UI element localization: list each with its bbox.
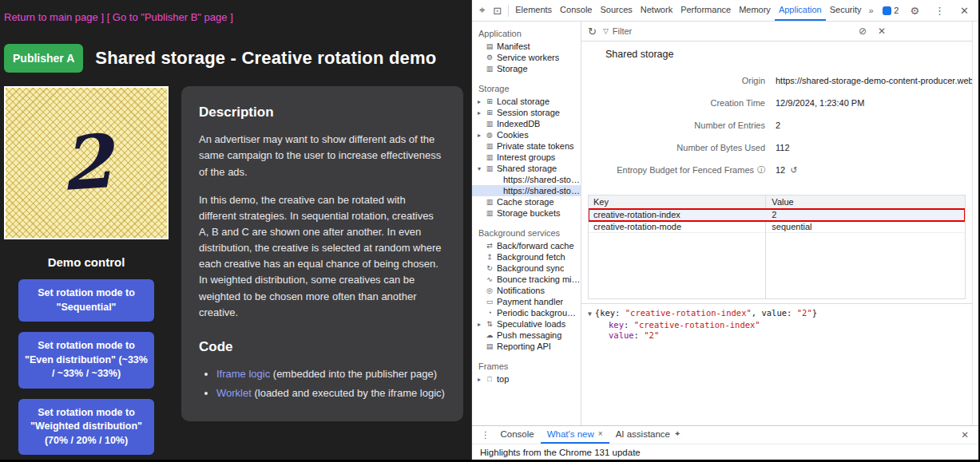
issues-badge[interactable]: 2 (883, 6, 899, 15)
sidebar-item-payment-handler[interactable]: ▭Payment handler (472, 296, 581, 307)
sidebar-item-label: Background sync (497, 263, 564, 273)
sidebar-item-local-storage[interactable]: ▸⊞Local storage (472, 96, 581, 107)
meta-value-text: 12/9/2024, 1:23:40 PM (776, 98, 864, 108)
sidebar-item-shared-storage[interactable]: ▾▥Shared storage (472, 163, 581, 174)
preview-prop-name: key: (600, 308, 625, 318)
meta-value-text: https://shared-storage-demo-content-prod… (776, 76, 972, 85)
report-icon: ▤ (485, 342, 494, 350)
more-tabs-icon[interactable]: » (865, 6, 876, 15)
expand-arrow-icon[interactable]: ▸ (478, 376, 485, 383)
gear-icon[interactable]: ⚙ (906, 5, 923, 17)
device-toolbar-icon[interactable]: ⊡ (489, 5, 506, 17)
tab-network[interactable]: Network (637, 0, 676, 21)
error-icon (883, 6, 891, 15)
sidebar-item-cache-storage[interactable]: ▥Cache storage (472, 196, 581, 207)
sidebar-item-periodic-backgroun[interactable]: ◔Periodic backgroun… (472, 307, 581, 318)
colon: : (634, 330, 645, 340)
close-devtools-icon[interactable]: ✕ (956, 5, 973, 17)
sync-icon: ↻ (485, 264, 494, 272)
property-value: "2" (644, 330, 659, 340)
sidebar-item-background-sync[interactable]: ↻Background sync (472, 263, 581, 274)
code-link-iframe-logic[interactable]: Iframe logic (216, 368, 270, 380)
tab-memory[interactable]: Memory (735, 0, 775, 21)
drawer-menu-icon[interactable]: ⋮ (477, 429, 494, 440)
scrollbar-track[interactable] (972, 22, 978, 425)
tab-sources[interactable]: Sources (596, 0, 636, 21)
sidebar-item-label: Session storage (497, 108, 560, 117)
tab-application[interactable]: Application (775, 0, 826, 21)
expand-arrow-icon[interactable]: ▸ (478, 132, 485, 139)
close-tab-icon[interactable]: × (598, 426, 603, 442)
tab-security[interactable]: Security (826, 0, 866, 21)
demo-control-heading: Demo control (4, 255, 169, 269)
sidebar-item-session-storage[interactable]: ▸⊞Session storage (472, 107, 581, 118)
clear-all-icon[interactable]: ⊘ (859, 26, 867, 37)
sidebar-item-storage-buckets[interactable]: ▥Storage buckets (472, 207, 581, 219)
sidebar-item-private-state-tokens[interactable]: ▥Private state tokens (472, 140, 581, 152)
sidebar-item-reporting-api[interactable]: ▤Reporting API (472, 341, 581, 352)
application-sidebar: Application▤Manifest⚙Service workers▥Sto… (472, 22, 581, 425)
code-link-worklet[interactable]: Worklet (216, 387, 252, 399)
sidebar-item-back-forward-cache[interactable]: ⇄Back/forward cache (472, 240, 581, 251)
sidebar-item-interest-groups[interactable]: ▥Interest groups (472, 152, 581, 163)
drawer-tab-what-s-new[interactable]: What's new× (541, 426, 609, 444)
sidebar-item-storage[interactable]: ▥Storage (472, 63, 581, 74)
sidebar-item-https-shared-storage[interactable]: https://shared-storage… (472, 174, 581, 185)
info-icon[interactable]: ⓘ (757, 164, 765, 176)
column-header-value[interactable]: Value (765, 197, 965, 207)
object-property: key: "creative-rotation-index" (588, 320, 966, 331)
filter-input[interactable]: ▽ Filter (603, 26, 852, 36)
object-preview-summary[interactable]: ▼{key: "creative-rotation-index", value:… (588, 308, 966, 320)
sidebar-item-speculative-loads[interactable]: ▸⇅Speculative loads (472, 318, 581, 330)
refresh-icon[interactable]: ↻ (588, 26, 597, 38)
reset-budget-icon[interactable]: ↺ (790, 165, 797, 176)
return-main-link[interactable]: Return to main page (4, 11, 98, 23)
publisher-b-link[interactable]: Go to "Publisher B" page (113, 11, 228, 23)
expand-arrow-icon[interactable]: ▸ (478, 109, 485, 116)
sidebar-item-cookies[interactable]: ▸◍Cookies (472, 129, 581, 140)
meta-label-text: Origin (742, 76, 765, 85)
cell-value: 2 (765, 210, 965, 219)
rotation-mode-button-3[interactable]: Set rotation mode to "Weighted distribut… (18, 399, 154, 456)
clock-icon: ◔ (485, 309, 494, 317)
caret-down-icon[interactable]: ▼ (588, 310, 592, 318)
code-link-suffix: (embedded into the publisher page) (270, 368, 437, 380)
creative-column: 2 Demo control Set rotation mode to "Seq… (4, 86, 169, 455)
sidebar-item-background-fetch[interactable]: ↥Background fetch (472, 251, 581, 263)
rotation-mode-button-2[interactable]: Set rotation mode to "Even distribution"… (18, 332, 154, 389)
table-row[interactable]: creative-rotation-index2 (589, 209, 965, 221)
tab-performance[interactable]: Performance (676, 0, 735, 21)
sidebar-item-service-workers[interactable]: ⚙Service workers (472, 52, 581, 63)
rotation-mode-button-1[interactable]: Set rotation mode to "Sequential" (18, 279, 154, 322)
drawer-tab-label: What's new (547, 426, 594, 442)
sidebar-item-push-messaging[interactable]: ☁Push messaging (472, 330, 581, 341)
expand-arrow-icon[interactable]: ▸ (478, 321, 485, 328)
delete-icon[interactable]: ✕ (878, 26, 886, 37)
drawer-tab-console[interactable]: Console (494, 426, 541, 444)
sidebar-item-top[interactable]: ▸□top (472, 373, 581, 385)
preview-prop-value: "creative-rotation-index" (625, 308, 752, 318)
drawer-tab-ai-assistance[interactable]: AI assistance✦ (609, 426, 688, 444)
meta-label-text: Entropy Budget for Fenced Frames (617, 165, 754, 175)
entry-preview: ▼{key: "creative-rotation-index", value:… (581, 303, 972, 346)
table-row[interactable]: creative-rotation-modesequential (589, 221, 965, 233)
column-header-key[interactable]: Key (589, 197, 765, 207)
sidebar-item-notifications[interactable]: ◎Notifications (472, 285, 581, 296)
close-drawer-icon[interactable]: ✕ (961, 429, 974, 440)
sidebar-item-manifest[interactable]: ▤Manifest (472, 41, 581, 52)
sidebar-item-label: Local storage (497, 97, 550, 106)
inspect-element-icon[interactable]: ⌖ (475, 4, 489, 17)
filter-funnel-icon: ▽ (603, 27, 609, 35)
preview-prop-name: value: (761, 308, 796, 318)
kebab-menu-icon[interactable]: ⋮ (930, 5, 949, 17)
sidebar-item-indexeddb[interactable]: ▥IndexedDB (472, 118, 581, 129)
sidebar-item-https-shared-storage[interactable]: https://shared-storage… (472, 185, 581, 196)
tab-console[interactable]: Console (556, 0, 596, 21)
bracket-text: ] [ (98, 11, 113, 23)
collapse-arrow-icon[interactable]: ▾ (478, 165, 485, 172)
expand-arrow-icon[interactable]: ▸ (478, 98, 485, 105)
fetch-icon: ↥ (485, 253, 494, 261)
sidebar-item-label: Service workers (497, 53, 559, 62)
tab-elements[interactable]: Elements (511, 0, 556, 21)
sidebar-item-bounce-tracking-miti[interactable]: ∿Bounce tracking miti… (472, 274, 581, 285)
